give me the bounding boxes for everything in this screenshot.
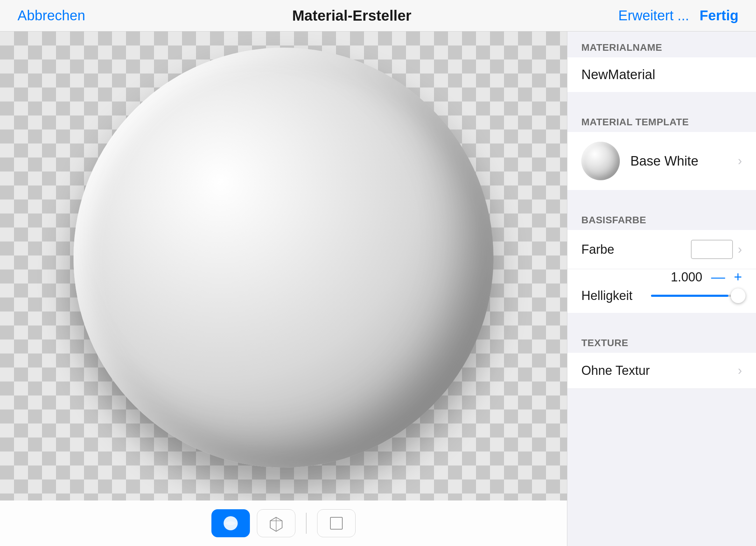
helligkeit-slider-track[interactable] [651, 295, 742, 297]
template-name-label: Base White [630, 154, 727, 169]
helligkeit-slider-thumb[interactable] [731, 288, 746, 303]
farbe-chevron-icon: › [738, 242, 742, 257]
material-template-row[interactable]: Base White › [567, 132, 756, 190]
farbe-label: Farbe [581, 242, 691, 257]
helligkeit-label: Helligkeit [581, 288, 651, 303]
material-name-input[interactable] [581, 67, 742, 82]
helligkeit-slider-fill [651, 295, 728, 297]
section-gap-2 [567, 190, 756, 204]
done-button[interactable]: Fertig [700, 8, 738, 23]
svg-rect-5 [330, 517, 342, 529]
section-gap-4 [567, 389, 756, 403]
helligkeit-card: 1.000 — + Helligkeit [567, 269, 756, 313]
header-actions: Erweitert ... Fertig [618, 8, 738, 23]
basisfarbe-section-header: BASISFARBE [567, 204, 756, 230]
header: Abbrechen Material-Ersteller Erweitert .… [0, 0, 756, 31]
helligkeit-slider-container[interactable] [651, 295, 742, 297]
sphere-container [74, 48, 493, 468]
advanced-button[interactable]: Erweitert ... [618, 8, 689, 23]
sphere-icon [222, 514, 239, 532]
section-gap-3 [567, 313, 756, 327]
view-mode-toolbar [0, 500, 567, 546]
material-name-section-header: MATERIALNAME [567, 31, 756, 57]
ohne-textur-chevron-icon: › [738, 363, 742, 378]
farbe-row[interactable]: Farbe › [567, 230, 756, 269]
cube-view-button[interactable] [257, 509, 295, 537]
plane-view-button[interactable] [317, 509, 356, 537]
section-gap-1 [567, 92, 756, 106]
template-chevron-icon: › [738, 154, 742, 168]
helligkeit-row: Helligkeit [581, 288, 742, 303]
toolbar-divider [306, 513, 307, 534]
helligkeit-controls-top: 1.000 — + [581, 269, 742, 288]
plane-icon [328, 514, 345, 532]
checkerboard-bg [0, 31, 567, 500]
3d-sphere-preview [74, 48, 493, 468]
helligkeit-minus-button[interactable]: — [711, 269, 725, 285]
helligkeit-value: 1.000 [671, 270, 702, 285]
texture-section-header: TEXTURE [567, 327, 756, 353]
farbe-card: Farbe › 1.000 — + Helligkeit [567, 230, 756, 313]
preview-panel [0, 31, 567, 546]
sphere-view-button[interactable] [211, 509, 250, 537]
page-title: Material-Ersteller [292, 7, 412, 24]
cube-icon [267, 514, 285, 532]
right-panel: MATERIALNAME MATERIAL TEMPLATE Base Whit… [567, 31, 756, 546]
helligkeit-plus-button[interactable]: + [734, 269, 742, 285]
cancel-button[interactable]: Abbrechen [18, 8, 85, 23]
material-template-section-header: MATERIAL TEMPLATE [567, 106, 756, 132]
ohne-textur-row[interactable]: Ohne Textur › [567, 353, 756, 389]
main-content: MATERIALNAME MATERIAL TEMPLATE Base Whit… [0, 31, 756, 546]
ohne-textur-label: Ohne Textur [581, 363, 738, 378]
color-swatch[interactable] [691, 240, 733, 259]
material-name-card [567, 57, 756, 92]
template-sphere-preview [581, 142, 620, 180]
